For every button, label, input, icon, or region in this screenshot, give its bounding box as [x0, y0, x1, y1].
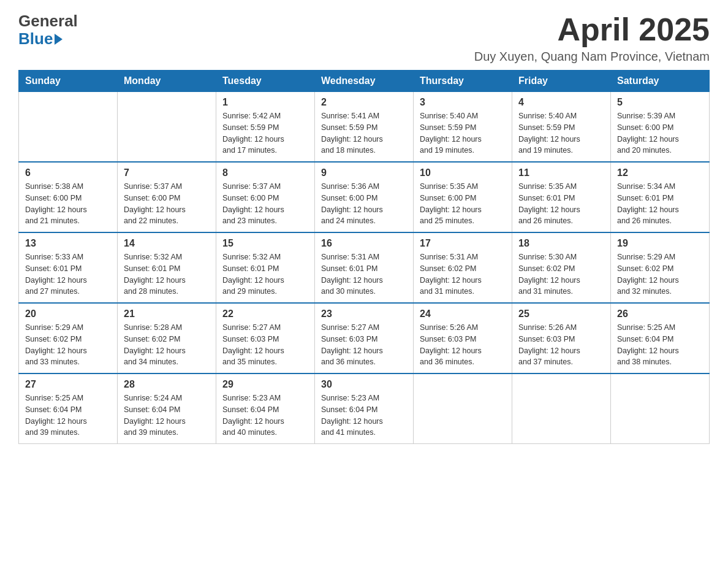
day-info: Sunrise: 5:35 AMSunset: 6:00 PMDaylight:… [420, 181, 506, 227]
col-header-saturday: Saturday [611, 71, 710, 92]
day-info: Sunrise: 5:38 AMSunset: 6:00 PMDaylight:… [25, 181, 111, 227]
day-info: Sunrise: 5:31 AMSunset: 6:01 PMDaylight:… [321, 251, 407, 297]
calendar-cell: 7Sunrise: 5:37 AMSunset: 6:00 PMDaylight… [118, 162, 216, 232]
day-info: Sunrise: 5:36 AMSunset: 6:00 PMDaylight:… [321, 181, 407, 227]
calendar-cell: 12Sunrise: 5:34 AMSunset: 6:01 PMDayligh… [611, 162, 710, 232]
calendar-cell: 30Sunrise: 5:23 AMSunset: 6:04 PMDayligh… [315, 373, 414, 444]
calendar-week-row: 1Sunrise: 5:42 AMSunset: 5:59 PMDaylight… [19, 92, 710, 163]
day-info: Sunrise: 5:40 AMSunset: 5:59 PMDaylight:… [518, 110, 604, 156]
day-info: Sunrise: 5:25 AMSunset: 6:04 PMDaylight:… [25, 393, 111, 439]
day-info: Sunrise: 5:27 AMSunset: 6:03 PMDaylight:… [222, 322, 308, 368]
calendar-cell: 21Sunrise: 5:28 AMSunset: 6:02 PMDayligh… [118, 303, 216, 373]
day-number: 10 [420, 167, 506, 178]
day-info: Sunrise: 5:37 AMSunset: 6:00 PMDaylight:… [124, 181, 210, 227]
logo-general: General [18, 12, 78, 30]
day-number: 21 [124, 308, 210, 320]
day-info: Sunrise: 5:32 AMSunset: 6:01 PMDaylight:… [124, 251, 210, 297]
logo: General Blue [18, 12, 78, 47]
day-info: Sunrise: 5:25 AMSunset: 6:04 PMDaylight:… [617, 322, 703, 368]
logo-blue: Blue [18, 30, 53, 48]
day-number: 18 [518, 238, 604, 249]
day-number: 15 [222, 238, 308, 249]
calendar-cell: 18Sunrise: 5:30 AMSunset: 6:02 PMDayligh… [512, 232, 611, 303]
calendar-cell: 14Sunrise: 5:32 AMSunset: 6:01 PMDayligh… [118, 232, 216, 303]
day-info: Sunrise: 5:27 AMSunset: 6:03 PMDaylight:… [321, 322, 407, 368]
day-info: Sunrise: 5:39 AMSunset: 6:00 PMDaylight:… [617, 110, 703, 156]
day-number: 11 [518, 167, 604, 178]
calendar-cell: 27Sunrise: 5:25 AMSunset: 6:04 PMDayligh… [19, 373, 118, 444]
calendar-cell: 8Sunrise: 5:37 AMSunset: 6:00 PMDaylight… [216, 162, 315, 232]
calendar-location: Duy Xuyen, Quang Nam Province, Vietnam [474, 50, 710, 64]
day-number: 14 [124, 238, 210, 249]
day-info: Sunrise: 5:26 AMSunset: 6:03 PMDaylight:… [420, 322, 506, 368]
calendar-cell [611, 373, 710, 444]
calendar-cell: 22Sunrise: 5:27 AMSunset: 6:03 PMDayligh… [216, 303, 315, 373]
calendar-cell: 26Sunrise: 5:25 AMSunset: 6:04 PMDayligh… [611, 303, 710, 373]
day-number: 24 [420, 308, 506, 320]
calendar-week-row: 20Sunrise: 5:29 AMSunset: 6:02 PMDayligh… [19, 303, 710, 373]
day-info: Sunrise: 5:23 AMSunset: 6:04 PMDaylight:… [321, 393, 407, 439]
day-number: 7 [124, 167, 210, 178]
day-number: 26 [617, 308, 703, 320]
calendar-cell: 19Sunrise: 5:29 AMSunset: 6:02 PMDayligh… [611, 232, 710, 303]
day-number: 22 [222, 308, 308, 320]
day-info: Sunrise: 5:23 AMSunset: 6:04 PMDaylight:… [222, 393, 308, 439]
day-number: 19 [617, 238, 703, 249]
day-number: 3 [420, 97, 506, 108]
col-header-friday: Friday [512, 71, 611, 92]
day-info: Sunrise: 5:35 AMSunset: 6:01 PMDaylight:… [518, 181, 604, 227]
day-number: 20 [25, 308, 111, 320]
calendar-cell: 20Sunrise: 5:29 AMSunset: 6:02 PMDayligh… [19, 303, 118, 373]
calendar-cell: 13Sunrise: 5:33 AMSunset: 6:01 PMDayligh… [19, 232, 118, 303]
calendar-cell: 2Sunrise: 5:41 AMSunset: 5:59 PMDaylight… [315, 92, 414, 163]
day-info: Sunrise: 5:34 AMSunset: 6:01 PMDaylight:… [617, 181, 703, 227]
day-number: 8 [222, 167, 308, 178]
title-area: April 2025 Duy Xuyen, Quang Nam Province… [474, 12, 710, 64]
day-info: Sunrise: 5:40 AMSunset: 5:59 PMDaylight:… [420, 110, 506, 156]
calendar-cell: 29Sunrise: 5:23 AMSunset: 6:04 PMDayligh… [216, 373, 315, 444]
calendar-cell [118, 92, 216, 163]
calendar-cell: 5Sunrise: 5:39 AMSunset: 6:00 PMDaylight… [611, 92, 710, 163]
calendar-cell: 25Sunrise: 5:26 AMSunset: 6:03 PMDayligh… [512, 303, 611, 373]
day-info: Sunrise: 5:30 AMSunset: 6:02 PMDaylight:… [518, 251, 604, 297]
col-header-monday: Monday [118, 71, 216, 92]
day-info: Sunrise: 5:41 AMSunset: 5:59 PMDaylight:… [321, 110, 407, 156]
day-info: Sunrise: 5:33 AMSunset: 6:01 PMDaylight:… [25, 251, 111, 297]
day-number: 30 [321, 379, 407, 390]
day-info: Sunrise: 5:32 AMSunset: 6:01 PMDaylight:… [222, 251, 308, 297]
calendar-header-row: SundayMondayTuesdayWednesdayThursdayFrid… [19, 71, 710, 92]
calendar-week-row: 13Sunrise: 5:33 AMSunset: 6:01 PMDayligh… [19, 232, 710, 303]
day-number: 23 [321, 308, 407, 320]
day-number: 16 [321, 238, 407, 249]
day-info: Sunrise: 5:28 AMSunset: 6:02 PMDaylight:… [124, 322, 210, 368]
calendar-table: SundayMondayTuesdayWednesdayThursdayFrid… [18, 70, 710, 444]
calendar-cell: 10Sunrise: 5:35 AMSunset: 6:00 PMDayligh… [414, 162, 512, 232]
day-number: 12 [617, 167, 703, 178]
day-number: 6 [25, 167, 111, 178]
calendar-cell [414, 373, 512, 444]
day-number: 27 [25, 379, 111, 390]
calendar-cell: 6Sunrise: 5:38 AMSunset: 6:00 PMDaylight… [19, 162, 118, 232]
day-info: Sunrise: 5:29 AMSunset: 6:02 PMDaylight:… [617, 251, 703, 297]
day-number: 28 [124, 379, 210, 390]
calendar-cell [512, 373, 611, 444]
calendar-week-row: 27Sunrise: 5:25 AMSunset: 6:04 PMDayligh… [19, 373, 710, 444]
calendar-cell [19, 92, 118, 163]
day-number: 9 [321, 167, 407, 178]
day-info: Sunrise: 5:37 AMSunset: 6:00 PMDaylight:… [222, 181, 308, 227]
day-info: Sunrise: 5:24 AMSunset: 6:04 PMDaylight:… [124, 393, 210, 439]
calendar-cell: 28Sunrise: 5:24 AMSunset: 6:04 PMDayligh… [118, 373, 216, 444]
header: General Blue April 2025 Duy Xuyen, Quang… [18, 12, 710, 64]
day-number: 1 [222, 97, 308, 108]
calendar-cell: 3Sunrise: 5:40 AMSunset: 5:59 PMDaylight… [414, 92, 512, 163]
calendar-title: April 2025 [474, 12, 710, 47]
calendar-cell: 17Sunrise: 5:31 AMSunset: 6:02 PMDayligh… [414, 232, 512, 303]
logo-arrow-icon [55, 34, 63, 45]
col-header-tuesday: Tuesday [216, 71, 315, 92]
col-header-sunday: Sunday [19, 71, 118, 92]
day-number: 5 [617, 97, 703, 108]
day-number: 4 [518, 97, 604, 108]
day-info: Sunrise: 5:42 AMSunset: 5:59 PMDaylight:… [222, 110, 308, 156]
day-number: 17 [420, 238, 506, 249]
day-info: Sunrise: 5:29 AMSunset: 6:02 PMDaylight:… [25, 322, 111, 368]
